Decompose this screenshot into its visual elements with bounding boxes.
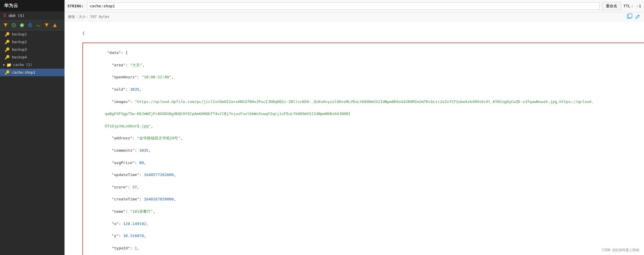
- key-name-backup1: backup1: [12, 32, 27, 36]
- type-label: STRING:: [67, 4, 84, 8]
- top-bar: STRING: 重命名 TTL： -1: [65, 0, 644, 12]
- ttl-label: TTL：: [623, 4, 634, 9]
- filter-icon[interactable]: [2, 22, 9, 28]
- key-item-backup2[interactable]: 🔑 backup2: [0, 38, 65, 46]
- key-name-backup2: backup2: [12, 40, 27, 44]
- content-area[interactable]: { "data": { "area": "大关", "openHours": "…: [65, 21, 644, 255]
- terminal-icon[interactable]: [35, 22, 42, 28]
- rename-button[interactable]: 重命名: [602, 2, 621, 10]
- key-icon: 🔑: [5, 40, 10, 44]
- watermark: CSDN @伏加特遇上西柚: [602, 248, 639, 253]
- edit-icon[interactable]: [635, 14, 640, 20]
- folder-name: cache (1): [13, 63, 32, 67]
- key-list: 🔑 backup1 🔑 backup2 🔑 backup3 🔑 backup4 …: [0, 31, 65, 255]
- key-icon: 🔑: [5, 55, 10, 60]
- alert-icon[interactable]: !: [52, 22, 58, 28]
- folder-cache[interactable]: ▼ 📁 cache (1): [0, 61, 65, 69]
- app-title: 华为云: [0, 0, 65, 11]
- svg-text:!: !: [54, 25, 55, 27]
- key-name-backup4: backup4: [12, 55, 27, 59]
- key-item-backup1[interactable]: 🔑 backup1: [0, 31, 65, 38]
- key-icon: 🔑: [5, 32, 10, 37]
- json-display: { "data": { "area": "大关", "openHours": "…: [69, 24, 640, 255]
- key-icon: 🔑: [5, 47, 10, 52]
- folder-expand-icon: ▼: [3, 63, 5, 67]
- toolbar: !: [0, 20, 65, 31]
- power-icon[interactable]: [11, 22, 17, 28]
- sidebar: 华为云 🗄 db0 (5) ! 🔑 backup1: [0, 0, 65, 255]
- db-item[interactable]: 🗄 db0 (5): [0, 11, 65, 20]
- add-icon[interactable]: [19, 22, 25, 28]
- copy-icon[interactable]: [627, 13, 632, 20]
- refresh-icon[interactable]: [27, 22, 33, 28]
- db-icon: 🗄: [3, 13, 7, 18]
- key-icon: 🔑: [5, 70, 10, 75]
- size-value: 597 bytes: [90, 15, 109, 19]
- db-label: db0 (5): [9, 13, 25, 18]
- svg-rect-2: [36, 23, 40, 27]
- main-content: STRING: 重命名 TTL： -1 键值：大小： 597 bytes { "…: [65, 0, 644, 255]
- svg-rect-5: [628, 14, 632, 18]
- ttl-value: -1: [636, 4, 641, 8]
- folder-icon: 📁: [6, 63, 11, 67]
- json-data-section: "data": { "area": "大关", "openHours": "10…: [82, 43, 644, 255]
- filter2-icon[interactable]: [43, 22, 50, 28]
- key-item-backup4[interactable]: 🔑 backup4: [0, 53, 65, 61]
- key-item-cache-shop1[interactable]: 🔑 cache:shop1: [0, 69, 65, 76]
- key-name-backup3: backup3: [12, 48, 27, 52]
- size-bar: 键值：大小： 597 bytes: [65, 12, 644, 21]
- key-input[interactable]: [87, 2, 600, 10]
- key-name-cache-shop1: cache:shop1: [12, 70, 35, 75]
- size-label: 键值：大小：: [68, 14, 89, 19]
- key-item-backup3[interactable]: 🔑 backup3: [0, 46, 65, 53]
